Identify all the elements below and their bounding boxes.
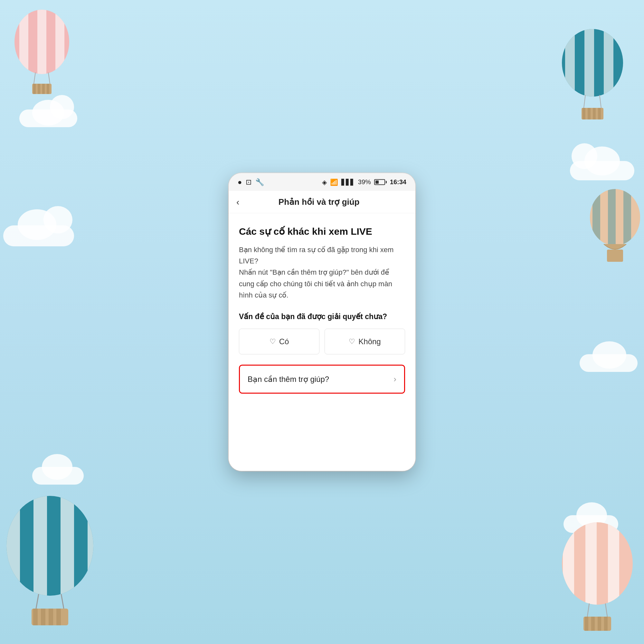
svg-rect-34 — [61, 496, 74, 596]
balloon-bottom-left — [0, 489, 100, 628]
battery-percent: 39% — [358, 178, 371, 186]
svg-rect-52 — [591, 617, 595, 631]
svg-line-18 — [600, 95, 601, 108]
help-button[interactable]: Bạn cần thêm trợ giúp? › — [239, 365, 405, 393]
back-button[interactable]: ‹ — [236, 197, 239, 207]
chevron-right-icon: › — [393, 374, 396, 384]
svg-line-49 — [605, 603, 607, 617]
status-bar: ● ⊡ 🔧 ◈ 📶 ▋▋▋ 39% 16:34 — [229, 173, 415, 191]
svg-line-5 — [34, 72, 35, 84]
balloon-bottom-right — [557, 518, 638, 634]
svg-rect-21 — [588, 108, 591, 119]
svg-rect-3 — [37, 10, 46, 74]
svg-rect-15 — [584, 29, 594, 97]
no-label: Không — [358, 337, 381, 346]
battery-icon — [374, 179, 387, 185]
balloon-mid-right — [586, 187, 644, 270]
svg-rect-20 — [582, 108, 585, 119]
svg-rect-35 — [88, 496, 100, 596]
svg-rect-29 — [607, 250, 623, 262]
content-area: Các sự cố khác khi xem LIVE Bạn không th… — [229, 213, 415, 471]
svg-line-6 — [48, 72, 50, 84]
svg-rect-47 — [608, 522, 619, 605]
status-right: ◈ 📶 ▋▋▋ 39% 16:34 — [322, 178, 406, 186]
no-button[interactable]: ♡ Không — [325, 328, 405, 354]
section-description: Bạn không thể tìm ra sự cố đã gặp trong … — [239, 244, 405, 301]
svg-rect-39 — [33, 609, 38, 625]
svg-rect-40 — [41, 609, 45, 625]
circle-icon: ● — [238, 178, 242, 186]
balloon-top-left — [10, 6, 74, 97]
svg-rect-41 — [49, 609, 53, 625]
svg-rect-27 — [608, 189, 616, 246]
svg-rect-42 — [56, 609, 61, 625]
svg-line-17 — [584, 95, 585, 108]
help-button-label: Bạn cần thêm trợ giúp? — [248, 374, 329, 384]
svg-rect-33 — [33, 496, 47, 596]
svg-rect-10 — [42, 84, 45, 94]
cloud-2-puff2 — [43, 206, 72, 233]
nav-title: Phản hồi và trợ giúp — [244, 197, 393, 207]
svg-line-36 — [36, 594, 39, 609]
cloud-4-puff2 — [572, 143, 597, 169]
svg-rect-23 — [598, 108, 601, 119]
image-icon: ⊡ — [246, 178, 251, 186]
yes-label: Có — [279, 337, 289, 346]
svg-rect-26 — [592, 189, 600, 246]
svg-rect-9 — [38, 84, 40, 94]
cloud-1-puff2 — [50, 95, 74, 119]
question-label: Vấn đề của bạn đã được giải quyết chưa? — [239, 312, 405, 321]
balloon-top-right — [557, 26, 628, 122]
svg-line-37 — [61, 594, 64, 609]
svg-rect-53 — [598, 617, 601, 631]
heart-icon-yes: ♡ — [270, 337, 276, 346]
signal-bars: ▋▋▋ — [341, 178, 355, 185]
svg-rect-46 — [585, 522, 597, 605]
cloud-5-puff — [592, 341, 626, 369]
status-left-icons: ● ⊡ 🔧 — [238, 178, 264, 186]
svg-rect-11 — [47, 84, 49, 94]
svg-rect-4 — [55, 10, 64, 74]
wifi-icon: 📶 — [330, 178, 338, 186]
phone-frame: ● ⊡ 🔧 ◈ 📶 ▋▋▋ 39% 16:34 ‹ Phản hồi và tr… — [229, 173, 415, 471]
nav-bar: ‹ Phản hồi và trợ giúp — [229, 191, 415, 213]
heart-icon-no: ♡ — [349, 337, 355, 346]
svg-rect-16 — [604, 29, 613, 97]
svg-rect-8 — [33, 84, 36, 94]
svg-line-48 — [587, 603, 589, 617]
nfc-icon: ◈ — [322, 178, 327, 186]
svg-rect-51 — [585, 617, 588, 631]
svg-rect-28 — [623, 189, 631, 246]
choice-buttons-row: ♡ Có ♡ Không — [239, 328, 405, 354]
svg-rect-14 — [565, 29, 575, 97]
svg-rect-54 — [604, 617, 608, 631]
section-title: Các sự cố khác khi xem LIVE — [239, 225, 405, 238]
svg-rect-32 — [6, 496, 20, 596]
svg-rect-22 — [593, 108, 596, 119]
svg-rect-2 — [19, 10, 28, 74]
settings-icon: 🔧 — [255, 178, 264, 186]
yes-button[interactable]: ♡ Có — [239, 328, 319, 354]
time-display: 16:34 — [390, 178, 406, 186]
svg-rect-45 — [563, 522, 574, 605]
cloud-3-puff — [42, 454, 72, 480]
